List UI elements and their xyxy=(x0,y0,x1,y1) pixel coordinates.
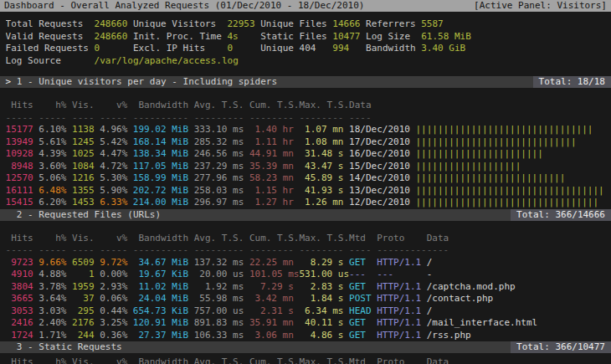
requested-files-row-1[interactable]: 49104.88%10.00%19.67 KiB20.00 us101.05 m… xyxy=(0,269,611,281)
cell-proto: HTTP/1.1 xyxy=(377,330,421,342)
cell-vpct: 4.96% xyxy=(100,124,127,136)
column-header-hpct: h% xyxy=(39,233,66,245)
summary-value: 10477 xyxy=(332,31,366,44)
visitors-row-0[interactable]: 151776.10%11384.96%199.02 MiB333.10 ms1.… xyxy=(0,124,611,136)
cell-hpct: 1.71% xyxy=(39,330,66,342)
summary-value: 994 xyxy=(332,43,366,55)
summary-value: 5587 xyxy=(421,18,444,31)
separator-dashes: --------- xyxy=(377,244,421,257)
cell-proto: HTTP/1.1 xyxy=(377,305,421,318)
cell-vpct: 5.42% xyxy=(100,136,127,149)
cell-max: 2.83 s xyxy=(299,281,343,294)
cell-bw: 214.00 MiB xyxy=(133,197,188,209)
column-header-vis: Vis. xyxy=(72,356,94,364)
visitors-column-headers: Hitsh%Vis.v%BandwidthAvg. T.S.Cum. T.S.M… xyxy=(0,100,611,112)
summary-line: Total Requests248660Unique Visitors22953… xyxy=(0,18,611,31)
summary-value: 0 xyxy=(227,43,260,55)
summary-label: Referrers xyxy=(366,18,421,31)
requested-files-row-2[interactable]: 38043.78%19592.93%11.02 MiB1.92 ms7.29 s… xyxy=(0,281,611,294)
cell-cum: 58.23 mn xyxy=(249,172,294,185)
summary-value: 4s xyxy=(227,31,260,44)
cell-data: /rss.php xyxy=(427,330,471,342)
panel-static-requests: 3 - Static Requests Total: 366/10477 Hit… xyxy=(0,341,611,364)
visitors-row-1[interactable]: 139495.61%12455.42%168.14 MiB285.32 ms1.… xyxy=(0,136,611,149)
cell-proto: --- xyxy=(377,269,421,281)
cell-avg: 106.33 ms xyxy=(194,330,244,342)
separator-dashes: -------- xyxy=(299,112,343,125)
column-header-cum: Cum. T.S. xyxy=(249,100,294,112)
cell-bw: 117.05 MiB xyxy=(133,161,188,173)
cell-cum: 1.27 hr xyxy=(249,197,294,209)
visitors-row-6[interactable]: 154156.20%14536.33%214.00 MiB296.97 ms1.… xyxy=(0,197,611,209)
cell-vis: 1216 xyxy=(72,172,94,185)
column-header-hpct: h% xyxy=(39,356,66,364)
cell-bw: 27.37 MiB xyxy=(133,330,188,342)
requested-files-row-4[interactable]: 30533.03%2950.44%654.73 KiB757.00 us2.31… xyxy=(0,305,611,318)
cell-vpct: 0.00% xyxy=(100,269,127,281)
visitors-row-3[interactable]: 89483.60%10844.72%117.05 MiB237.29 ms35.… xyxy=(0,161,611,173)
column-header-proto: Proto xyxy=(377,233,421,245)
cell-hits: 9723 xyxy=(6,257,33,269)
cell-hpct: 2.40% xyxy=(39,317,66,330)
cell-cum: 1.15 hr xyxy=(249,185,294,197)
separator-dashes: ---- xyxy=(427,244,449,257)
cell-vpct: 0.36% xyxy=(100,330,127,342)
cell-vpct: 4.47% xyxy=(100,148,127,161)
separator-dashes: ---- xyxy=(72,112,94,125)
cell-cum: 3.42 mn xyxy=(249,293,294,305)
cell-bw: 168.14 MiB xyxy=(133,136,188,149)
separator-dashes: --------- xyxy=(194,112,244,125)
column-header-hits: Hits xyxy=(6,100,33,112)
cell-hits: 8948 xyxy=(6,161,33,173)
panel-header-visitors[interactable]: > 1 - Unique visitors per day - Includin… xyxy=(0,76,611,88)
requested-files-row-3[interactable]: 36653.64%370.06%24.04 MiB55.98 ms3.42 mn… xyxy=(0,293,611,305)
column-header-avg: Avg. T.S. xyxy=(194,233,244,245)
cell-max: 8.29 s xyxy=(299,257,343,269)
cell-vis: 1138 xyxy=(72,124,94,136)
column-header-bw: Bandwidth xyxy=(133,100,188,112)
separator-dashes: -------- xyxy=(249,112,294,125)
cell-mtd: GET xyxy=(349,257,371,269)
cell-max: 1.07 mn xyxy=(299,124,343,136)
cell-data: / xyxy=(427,305,433,318)
summary-label: Excl. IP Hits xyxy=(133,43,228,55)
cell-avg: 237.29 ms xyxy=(194,161,244,173)
summary-label: Init. Proc. Time xyxy=(133,31,228,44)
visitors-row-5[interactable]: 161116.48%13555.90%202.72 MiB258.03 ms1.… xyxy=(0,185,611,197)
cell-vis: 6509 xyxy=(72,257,94,269)
visitors-bar: ||||||||||||||||||||||||||| xyxy=(416,172,566,185)
panel-requested-files: 2 - Requested Files (URLs) Total: 366/14… xyxy=(0,209,611,342)
cell-vpct: 0.44% xyxy=(100,305,127,318)
summary-label: Unique 404 xyxy=(260,43,332,55)
goaccess-dashboard: Dashboard - Overall Analyzed Requests (0… xyxy=(0,0,611,364)
panel-header-requested-files[interactable]: 2 - Requested Files (URLs) Total: 366/14… xyxy=(0,209,611,221)
active-panel-indicator: [Active Panel: Visitors] xyxy=(474,0,607,12)
column-header-cum: Cum. T.S. xyxy=(249,356,294,364)
panel-visitors: > 1 - Unique visitors per day - Includin… xyxy=(0,76,611,209)
static-requests-table: Hitsh%Vis.v%BandwidthAvg. T.S.Cum. T.S.M… xyxy=(0,353,611,364)
column-header-data: Data xyxy=(349,100,410,112)
panel-title-requested-files: 2 - Requested Files (URLs) xyxy=(17,209,161,221)
requested-files-column-headers: Hitsh%Vis.v%BandwidthAvg. T.S.Cum. T.S.M… xyxy=(0,233,611,245)
cell-max: 1.08 mn xyxy=(299,136,343,149)
active-panel-marker: > xyxy=(0,76,17,88)
cell-hits: 15415 xyxy=(6,197,33,209)
column-header-data: Data xyxy=(427,233,449,245)
cell-vpct: 0.06% xyxy=(100,293,127,305)
requested-files-row-6[interactable]: 17241.71%2440.36%27.37 MiB106.33 ms3.06 … xyxy=(0,330,611,342)
cell-cum: 35.91 mn xyxy=(249,317,294,330)
column-header-avg: Avg. T.S. xyxy=(194,356,244,364)
visitors-row-2[interactable]: 109284.39%10254.47%138.34 MiB246.56 ms44… xyxy=(0,148,611,161)
cell-vis: 1084 xyxy=(72,161,94,173)
cell-hpct: 3.60% xyxy=(39,161,66,173)
separator-dashes: ----- xyxy=(6,244,33,257)
summary-label: Unique Files xyxy=(260,18,332,31)
requested-files-row-5[interactable]: 24162.40%21763.25%120.91 MiB891.83 ms35.… xyxy=(0,317,611,330)
visitors-bar: ||||||||||||||||||||||||||||| xyxy=(416,136,577,149)
separator-dashes: -------- xyxy=(249,244,294,257)
panel-header-static-requests[interactable]: 3 - Static Requests Total: 366/10477 xyxy=(0,341,611,353)
summary-label: Static Files xyxy=(260,31,332,44)
cell-hits: 3665 xyxy=(6,293,33,305)
requested-files-row-0[interactable]: 97239.66%65099.72%34.67 MiB137.32 ms22.2… xyxy=(0,257,611,269)
visitors-row-4[interactable]: 125705.06%12165.30%158.99 MiB277.96 ms58… xyxy=(0,172,611,185)
